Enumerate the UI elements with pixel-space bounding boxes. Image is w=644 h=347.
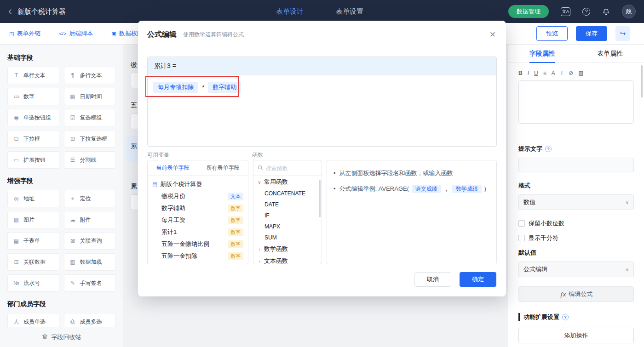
edit-formula-button[interactable]: ƒx 编辑公式 — [518, 286, 634, 302]
function-search-input[interactable] — [266, 165, 312, 171]
tab-current-form-fields[interactable]: 当前表单字段 — [148, 160, 198, 176]
field-palette-sidebar: 基础字段 T单行文本 ¶多行文本 123数字 ▦日期时间 ◉单选按钮组 ☑复选框… — [0, 45, 123, 347]
function-item-if[interactable]: IF — [253, 210, 322, 221]
type-badge: 数字 — [228, 205, 243, 212]
function-group-math[interactable]: › 数学函数 — [253, 243, 322, 255]
variable-row[interactable]: 每月工资数字 — [148, 214, 248, 226]
hint-text-label: 提示文字 — [518, 145, 542, 153]
cancel-button[interactable]: 取消 — [414, 272, 451, 287]
sidebar-item-checkbox-group[interactable]: ☑复选框组 — [64, 109, 116, 126]
extension-help-icon[interactable]: ? — [562, 314, 569, 320]
function-item-mapx[interactable]: MAPX — [253, 221, 322, 232]
font-color-icon[interactable]: A — [552, 70, 555, 76]
thousand-checkbox-row[interactable]: 显示千分符 — [518, 234, 634, 242]
item-label: 单选按钮组 — [23, 114, 51, 122]
description-editor[interactable] — [518, 80, 634, 124]
data-manage-button[interactable]: 数据管理 — [508, 5, 549, 18]
hint-text-input[interactable] — [518, 158, 634, 172]
function-group-text[interactable]: › 文本函数 — [253, 255, 322, 264]
hint-help-icon[interactable]: ? — [545, 146, 552, 152]
group-label: 文本函数 — [264, 257, 288, 264]
unlink-icon[interactable]: ⊘ — [569, 70, 573, 76]
save-button[interactable]: 保存 — [576, 26, 607, 41]
variables-tabs: 当前表单字段 所有表单字段 — [148, 160, 248, 176]
field-recycle-bin[interactable]: 字段回收站 — [0, 327, 123, 347]
sidebar-item-signature[interactable]: ✎手写签名 — [64, 274, 116, 292]
tab-field-properties[interactable]: 字段属性 — [508, 45, 576, 63]
sidebar-item-single-line-text[interactable]: T单行文本 — [7, 67, 59, 84]
sidebar-item-data-load[interactable]: ▥数据加载 — [64, 253, 116, 271]
confirm-button[interactable]: 确定 — [460, 272, 496, 287]
notification-bell-icon[interactable] — [602, 8, 610, 16]
function-item-date[interactable]: DATE — [253, 199, 322, 210]
item-label: 地址 — [23, 195, 34, 203]
form-external-link-button[interactable]: ◳ 表单外链 — [9, 29, 40, 38]
sidebar-item-subform[interactable]: ▤子表单 — [7, 232, 59, 250]
bold-icon[interactable]: B — [518, 70, 523, 76]
formula-field-tag-1[interactable]: 每月专项扣除 — [153, 82, 198, 93]
user-avatar[interactable]: 政 — [622, 5, 636, 18]
translate-icon[interactable]: 文A — [561, 7, 570, 16]
decimal-checkbox-row[interactable]: 保留小数位数 — [518, 219, 634, 228]
variable-row[interactable]: 累计1数字 — [148, 226, 248, 238]
tab-form-properties[interactable]: 表单属性 — [576, 45, 644, 63]
variable-row[interactable]: 缴税月份文本 — [148, 190, 248, 202]
insert-image-icon[interactable]: ▨ — [578, 70, 583, 76]
back-icon[interactable]: ‹ — [8, 6, 12, 17]
tab-form-design[interactable]: 表单设计 — [276, 7, 304, 16]
sidebar-item-extend-button[interactable]: ▭扩展按钮 — [7, 151, 59, 169]
function-search[interactable] — [253, 160, 322, 176]
formula-operator[interactable]: * — [202, 84, 204, 91]
decimal-checkbox[interactable] — [518, 220, 525, 227]
underline-icon[interactable]: U — [534, 70, 538, 76]
sidebar-item-address[interactable]: ◎地址 — [7, 190, 59, 207]
formula-input-area[interactable]: 每月专项扣除 * 数字辅助 — [148, 75, 496, 99]
tab-form-settings[interactable]: 表单设置 — [336, 7, 363, 16]
example-suffix: ) — [484, 185, 486, 192]
sidebar-item-divider[interactable]: ☰分割线 — [64, 151, 116, 169]
share-button[interactable]: ↪ — [615, 26, 630, 41]
function-group-common[interactable]: ∨ 常用函数 — [253, 176, 322, 188]
chevron-down-icon: ∨ — [626, 200, 629, 205]
variables-tree-root[interactable]: ▤ 新版个税计算器 — [148, 176, 248, 190]
sidebar-item-linked-query[interactable]: ⊠关联查询 — [64, 232, 116, 250]
font-size-icon[interactable]: T — [560, 70, 564, 76]
function-item-concatenate[interactable]: CONCATENATE — [253, 188, 322, 199]
sidebar-item-datetime[interactable]: ▦日期时间 — [64, 88, 116, 105]
data-load-icon: ▥ — [69, 259, 77, 265]
sidebar-item-radio-group[interactable]: ◉单选按钮组 — [7, 109, 59, 126]
preview-button[interactable]: 预览 — [536, 26, 568, 41]
dialog-footer: 取消 确定 — [414, 272, 496, 287]
sidebar-section-enhanced: ◎地址 ⌖定位 ▨图片 ☁附件 ▤子表单 ⊠关联查询 ⊡关联数据 ▥数据加载 №… — [7, 190, 115, 292]
panel-scrollbar[interactable] — [641, 65, 643, 97]
sidebar-item-serial-number[interactable]: №流水号 — [7, 274, 59, 292]
functions-scrollbar[interactable] — [319, 180, 321, 217]
app-header: ‹ 新版个税计算器 表单设计 表单设置 数据管理 文A ? 政 — [0, 0, 644, 23]
share-icon: ↪ — [620, 29, 626, 38]
thousand-checkbox[interactable] — [518, 235, 525, 241]
variable-row[interactable]: 五险一金扣除数字 — [148, 250, 248, 262]
function-item-sum[interactable]: SUM — [253, 232, 322, 243]
sidebar-item-dropdown[interactable]: ⊟下拉框 — [7, 130, 59, 148]
variable-row[interactable]: 五险一金缴纳比例数字 — [148, 238, 248, 250]
fx-icon: ƒx — [560, 291, 566, 298]
sidebar-item-image[interactable]: ▨图片 — [7, 211, 59, 228]
help-icon[interactable]: ? — [582, 8, 590, 16]
format-select[interactable]: 数值 ∨ — [518, 194, 634, 210]
align-icon[interactable]: ≡ — [543, 70, 546, 76]
close-icon[interactable]: ✕ — [489, 30, 496, 40]
default-value-select[interactable]: 公式编辑 ∨ — [518, 262, 634, 277]
sidebar-item-number[interactable]: 123数字 — [7, 88, 59, 105]
variable-row[interactable]: 数字辅助数字 — [148, 202, 248, 214]
sidebar-item-dropdown-multi[interactable]: ⊞下拉复选框 — [64, 130, 116, 148]
member-multi-icon: 众 — [69, 318, 77, 326]
sidebar-item-linked-data[interactable]: ⊡关联数据 — [7, 253, 59, 271]
italic-icon[interactable]: I — [528, 70, 529, 76]
add-action-button[interactable]: 添加操作 — [518, 328, 634, 343]
sidebar-item-multi-line-text[interactable]: ¶多行文本 — [64, 67, 116, 84]
sidebar-item-attachment[interactable]: ☁附件 — [64, 211, 116, 228]
tab-all-form-fields[interactable]: 所有表单字段 — [198, 160, 248, 176]
backend-script-button[interactable]: </> 后端脚本 — [59, 29, 93, 38]
sidebar-item-location[interactable]: ⌖定位 — [64, 190, 116, 207]
formula-field-tag-2[interactable]: 数字辅助 — [208, 82, 241, 93]
